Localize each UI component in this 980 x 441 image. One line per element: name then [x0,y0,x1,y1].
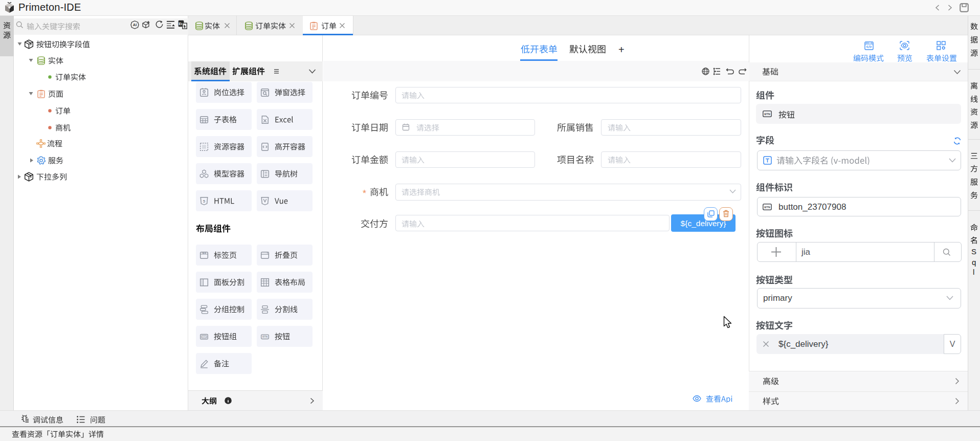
svg-text:5: 5 [203,199,206,203]
svg-text:Tab: Tab [202,252,206,254]
svg-text:BTN: BTN [764,206,770,209]
svg-text:BTN: BTN [764,113,770,116]
svg-text:BTN: BTN [262,336,268,338]
svg-text:AI: AI [133,23,137,27]
svg-text:BTN: BTN [202,336,206,338]
